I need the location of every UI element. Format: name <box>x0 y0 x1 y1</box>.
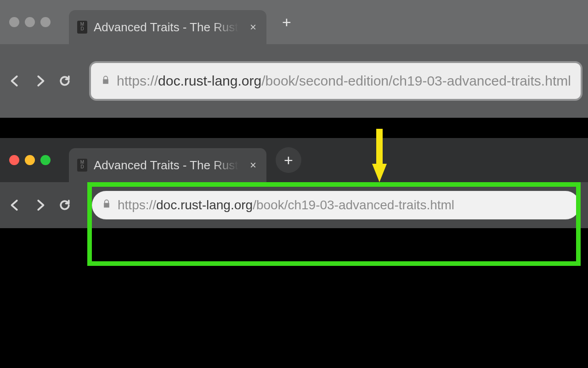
url-text: https://doc.rust-lang.org/book/ch19-03-a… <box>118 198 454 213</box>
tab-title: Advanced Traits - The Rust Pro <box>94 158 242 172</box>
arrow-right-icon <box>33 74 47 88</box>
url-path: /book/second-edition/ch19-03-advanced-tr… <box>261 73 571 88</box>
url-host: doc.rust-lang.org <box>158 73 261 88</box>
new-tab-button[interactable]: + <box>276 11 298 33</box>
close-tab-button[interactable]: × <box>248 157 258 173</box>
address-bar[interactable]: https://doc.rust-lang.org/book/ch19-03-a… <box>92 191 580 219</box>
window-close-button[interactable] <box>9 155 19 165</box>
url-text: https://doc.rust-lang.org/book/second-ed… <box>117 73 571 89</box>
forward-button[interactable] <box>28 193 52 218</box>
window-controls <box>9 155 51 165</box>
window-minimize-button[interactable] <box>25 155 35 165</box>
toolbar: https://doc.rust-lang.org/book/ch19-03-a… <box>0 182 588 228</box>
window-close-button[interactable] <box>9 17 19 27</box>
new-tab-button[interactable]: + <box>276 147 301 173</box>
back-button[interactable] <box>3 69 28 93</box>
reload-icon <box>58 198 72 212</box>
window-maximize-button[interactable] <box>40 155 51 165</box>
close-tab-button[interactable]: × <box>248 19 258 35</box>
window-maximize-button[interactable] <box>40 17 51 27</box>
tabstrip: MD Advanced Traits - The Rust Pro × + <box>0 138 588 182</box>
browser-tab[interactable]: MD Advanced Traits - The Rust Pro × <box>69 10 266 44</box>
tabstrip: MD Advanced Traits - The Rust Pro × + <box>0 0 588 44</box>
toolbar: https://doc.rust-lang.org/book/second-ed… <box>0 44 588 118</box>
url-scheme: https:// <box>117 73 158 88</box>
forward-button[interactable] <box>28 69 52 93</box>
reload-button[interactable] <box>52 69 77 93</box>
reload-button[interactable] <box>52 193 77 218</box>
url-scheme: https:// <box>118 198 156 212</box>
plus-icon: + <box>284 151 293 169</box>
lock-icon <box>102 198 111 213</box>
browser-tab[interactable]: MD Advanced Traits - The Rust Pro × <box>69 148 266 182</box>
browser-window-after: MD Advanced Traits - The Rust Pro × + ht… <box>0 138 588 228</box>
back-button[interactable] <box>3 193 28 218</box>
favicon-icon: MD <box>77 21 87 34</box>
window-controls <box>9 17 51 27</box>
address-bar[interactable]: https://doc.rust-lang.org/book/second-ed… <box>91 63 581 99</box>
arrow-right-icon <box>33 198 47 212</box>
window-minimize-button[interactable] <box>25 17 35 27</box>
arrow-left-icon <box>8 198 22 212</box>
lock-icon <box>101 73 110 89</box>
plus-icon: + <box>282 13 291 31</box>
url-host: doc.rust-lang.org <box>156 198 253 212</box>
url-path: /book/ch19-03-advanced-traits.html <box>253 198 454 212</box>
favicon-icon: MD <box>77 159 87 172</box>
arrow-left-icon <box>8 74 22 88</box>
reload-icon <box>58 74 72 88</box>
tab-title: Advanced Traits - The Rust Pro <box>94 20 242 34</box>
browser-window-before: MD Advanced Traits - The Rust Pro × + ht… <box>0 0 588 118</box>
